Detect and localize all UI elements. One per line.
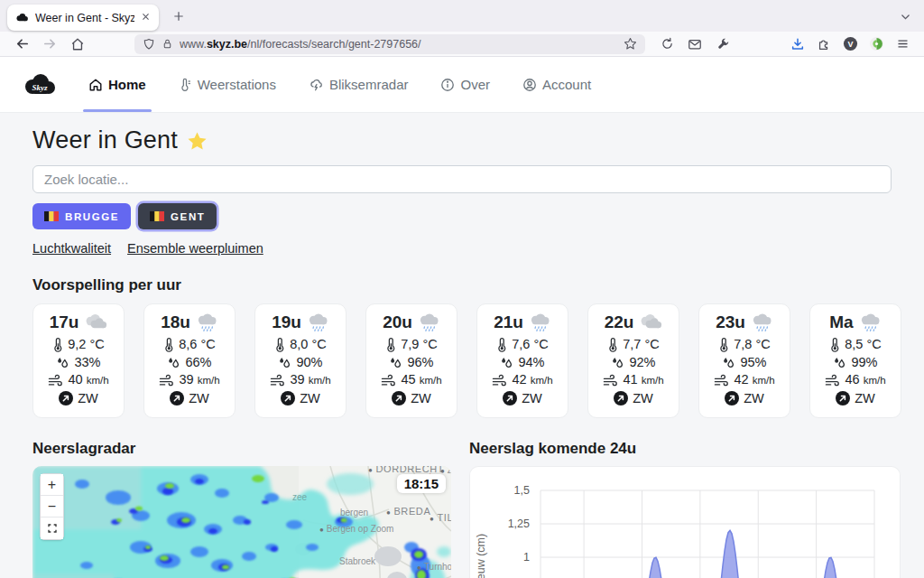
nav-item-label: Account <box>542 77 591 92</box>
location-button-gent[interactable]: GENT <box>138 203 217 229</box>
mail-icon[interactable] <box>686 35 704 53</box>
station-icon <box>179 78 192 92</box>
shield-icon[interactable] <box>143 38 155 51</box>
refresh-icon[interactable] <box>658 35 676 53</box>
map-zoom-controls: + − <box>40 473 64 540</box>
wrench-icon[interactable] <box>714 35 732 53</box>
precipitation-icon <box>722 356 735 369</box>
lightning-icon <box>309 78 324 92</box>
wind-direction-icon <box>836 391 850 406</box>
rain-cloud-icon <box>858 313 882 331</box>
precipitation-value: 96% <box>407 354 433 372</box>
precipitation-icon <box>833 356 846 369</box>
hour-label: 23u <box>699 312 790 332</box>
v-extension-badge[interactable]: V <box>841 35 859 53</box>
quick-links: LuchtkwaliteitEnsemble weerpluimen <box>32 241 892 256</box>
precipitation-chart[interactable]: 1,51,2510,75Regen (mm) - Sneeuw (cm) <box>469 466 901 578</box>
wind-value: 46 km/h <box>845 371 885 390</box>
wind-value: 42 km/h <box>512 371 552 390</box>
location-button-brugge[interactable]: BRUGGE <box>32 203 131 229</box>
temperature-value: 8,6 °C <box>179 336 215 354</box>
forward-icon[interactable] <box>41 35 59 53</box>
thermometer-icon <box>52 338 63 352</box>
hour-label: 20u <box>366 312 457 332</box>
browser-tab[interactable]: Weer in Gent - Skyz <box>7 5 159 31</box>
back-icon[interactable] <box>13 35 31 53</box>
link-luchtkwaliteit[interactable]: Luchtkwaliteit <box>32 241 111 256</box>
url-bar[interactable]: www.skyz.be/nl/forecasts/search/gent-279… <box>134 34 645 54</box>
browser-chrome: Weer in Gent - Skyz ww <box>0 0 924 57</box>
wind-direction-icon <box>614 391 628 406</box>
wind-direction-icon <box>725 391 739 406</box>
wind-value: 39 km/h <box>179 371 219 390</box>
new-tab-icon[interactable] <box>168 5 189 27</box>
rain-cloud-icon <box>306 313 329 331</box>
nav-item-bliksemradar[interactable]: Bliksemradar <box>309 57 409 112</box>
wind-value: 41 km/h <box>623 371 663 390</box>
rain-cloud-icon <box>417 313 440 331</box>
nav-item-label: Weerstations <box>198 77 276 92</box>
wind-direction-value: ZW <box>78 390 98 408</box>
map-fullscreen-button[interactable] <box>41 517 63 539</box>
chart-heading: Neerslag komende 24u <box>469 440 901 458</box>
favorite-star-icon[interactable] <box>187 131 208 151</box>
nav-item-over[interactable]: Over <box>440 57 490 112</box>
extensions-puzzle-icon[interactable] <box>815 35 833 53</box>
hourly-card-20u: 20u7,9 °C96%45 km/hZW <box>365 303 457 418</box>
thermometer-icon <box>163 338 174 352</box>
wind-direction-value: ZW <box>300 390 320 408</box>
menu-icon[interactable] <box>893 35 911 53</box>
site-favicon <box>15 13 29 23</box>
download-icon[interactable] <box>789 35 807 53</box>
green-extension-badge[interactable] <box>867 35 885 53</box>
wind-direction-icon <box>59 391 73 406</box>
bookmark-star-icon[interactable] <box>624 37 637 51</box>
precipitation-area-series <box>541 530 874 578</box>
wind-direction-value: ZW <box>189 390 209 408</box>
temperature-value: 7,9 °C <box>401 336 437 354</box>
map-zoom-out-button[interactable]: − <box>41 496 63 517</box>
precipitation-value: 99% <box>851 354 877 372</box>
rain-cloud-icon <box>195 313 218 331</box>
svg-text:1,25: 1,25 <box>508 517 530 530</box>
svg-text:1: 1 <box>523 551 530 564</box>
temperature-value: 7,8 °C <box>734 336 770 354</box>
thermometer-icon <box>496 338 507 352</box>
wind-icon <box>603 374 618 387</box>
wind-icon <box>825 374 840 387</box>
search-input[interactable] <box>32 165 892 193</box>
tab-list-chevron-icon[interactable] <box>895 6 915 26</box>
home-icon[interactable] <box>69 35 87 53</box>
lock-icon[interactable] <box>162 38 173 50</box>
precipitation-chart-image: 1,51,2510,75Regen (mm) - Sneeuw (cm) <box>470 467 901 578</box>
wind-icon <box>492 374 507 387</box>
wind-direction-value: ZW <box>522 390 542 408</box>
home-icon <box>88 78 103 92</box>
nav-items: HomeWeerstationsBliksemradarOverAccount <box>88 57 624 112</box>
cloudy-icon <box>83 314 107 331</box>
wind-icon <box>159 374 174 387</box>
temperature-value: 8,5 °C <box>845 336 881 354</box>
cloudy-icon <box>638 314 662 331</box>
link-ensemble-weerpluimen[interactable]: Ensemble weerpluimen <box>127 241 263 256</box>
nav-item-label: Home <box>108 77 146 92</box>
precipitation-icon <box>611 356 624 369</box>
precipitation-icon <box>389 356 402 369</box>
wind-direction-value: ZW <box>855 390 875 408</box>
nav-item-home[interactable]: Home <box>88 57 146 112</box>
skyz-logo[interactable]: Skyz <box>22 72 58 98</box>
hourly-card-22u: 22u7,7 °C92%41 km/hZW <box>587 303 679 418</box>
wind-icon <box>381 374 396 387</box>
map-zoom-in-button[interactable]: + <box>41 474 63 496</box>
nav-item-weerstations[interactable]: Weerstations <box>179 57 276 112</box>
hour-label: 21u <box>477 312 568 332</box>
radar-map[interactable]: ●DORDRECHT●Zazeebergen●BREDA●TILBURG●Ber… <box>32 466 451 578</box>
nav-item-account[interactable]: Account <box>522 57 591 112</box>
precipitation-icon <box>56 356 69 369</box>
radar-section: Neerslagradar <box>32 440 451 578</box>
hourly-card-21u: 21u7,6 °C94%42 km/hZW <box>476 303 568 418</box>
nav-item-label: Over <box>460 77 490 92</box>
tab-bar: Weer in Gent - Skyz <box>0 0 924 32</box>
svg-text:V: V <box>847 40 853 49</box>
close-tab-icon[interactable] <box>141 11 151 24</box>
